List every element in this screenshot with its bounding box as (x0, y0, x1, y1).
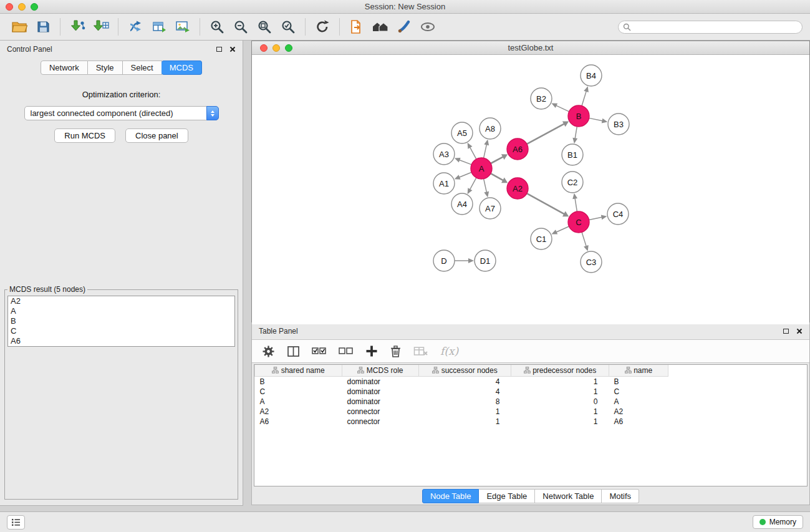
edge-B-B4[interactable] (582, 90, 587, 106)
import-network-icon[interactable] (65, 17, 89, 37)
edge-C-C4[interactable] (589, 217, 603, 220)
table-cell[interactable]: connector (342, 407, 419, 417)
add-column-icon[interactable] (365, 345, 378, 357)
select-all-icon[interactable] (312, 345, 327, 357)
table-cell[interactable]: A6 (609, 417, 668, 427)
tab-style[interactable]: Style (88, 60, 123, 75)
node-C2[interactable]: C2 (562, 172, 583, 193)
table-cell[interactable]: 0 (511, 397, 609, 407)
table-cell[interactable]: dominator (342, 397, 419, 407)
edge-A-A7[interactable] (484, 179, 487, 193)
table-cell[interactable]: 1 (511, 407, 609, 417)
column-header-successor-nodes[interactable]: successor nodes (419, 365, 511, 377)
refresh-layout-icon[interactable] (311, 17, 334, 37)
close-table-panel-icon[interactable] (796, 328, 803, 334)
node-A6[interactable]: A6 (507, 138, 528, 160)
edge-A-A8[interactable] (484, 143, 487, 158)
home-icon[interactable] (369, 17, 392, 37)
tab-network[interactable]: Network (41, 60, 88, 75)
table-row[interactable]: Adominator80A (255, 397, 808, 407)
image-export-icon[interactable] (171, 17, 195, 37)
mcds-result-list[interactable]: A2ABCA6 (7, 296, 235, 347)
edge-A-A1[interactable] (458, 172, 471, 177)
result-item[interactable]: A (8, 306, 234, 316)
edge-C-C2[interactable] (575, 198, 577, 212)
node-A[interactable]: A (471, 158, 492, 179)
optimization-criterion-dropdown[interactable]: largest connected component (directed) (24, 106, 219, 120)
dropdown-spinner-icon[interactable] (206, 106, 219, 120)
columns-icon[interactable] (287, 345, 300, 358)
table-row[interactable]: Bdominator41B (255, 377, 808, 387)
table-cell[interactable]: 4 (419, 377, 511, 387)
table-cell[interactable]: 1 (511, 417, 609, 427)
result-item[interactable]: A2 (8, 296, 234, 306)
column-header-name[interactable]: name (609, 365, 668, 377)
close-window-button[interactable] (6, 3, 13, 11)
node-B2[interactable]: B2 (531, 88, 552, 109)
table-export-icon[interactable] (147, 17, 171, 37)
minimize-network-window-button[interactable] (272, 44, 280, 52)
table-cell[interactable]: B (255, 377, 342, 387)
zoom-selected-icon[interactable] (276, 17, 300, 37)
table-cell[interactable]: B (609, 377, 668, 387)
deselect-all-icon[interactable] (339, 345, 354, 357)
node-B1[interactable]: B1 (562, 144, 583, 165)
table-cell[interactable]: dominator (342, 377, 419, 387)
edge-A2-C[interactable] (527, 193, 565, 215)
close-network-window-button[interactable] (260, 44, 268, 52)
tab-node-table[interactable]: Node Table (422, 489, 480, 503)
run-mcds-button[interactable]: Run MCDS (54, 128, 115, 143)
table-row[interactable]: A2connector11A2 (255, 407, 808, 417)
edge-B-B3[interactable] (589, 118, 604, 121)
memory-button[interactable]: Memory (753, 515, 803, 529)
float-panel-icon[interactable] (216, 47, 222, 52)
table-cell[interactable]: A2 (255, 407, 342, 417)
column-header-mcds-role[interactable]: MCDS role (342, 365, 419, 377)
maximize-window-button[interactable] (31, 3, 38, 11)
table-cell[interactable]: 1 (511, 377, 609, 387)
table-cell[interactable]: A2 (609, 407, 668, 417)
close-panel-button[interactable]: Close panel (125, 128, 188, 143)
table-cell[interactable]: C (255, 387, 342, 397)
maximize-network-window-button[interactable] (285, 44, 292, 52)
table-cell[interactable]: A6 (255, 417, 342, 427)
node-A1[interactable]: A1 (433, 173, 455, 194)
network-canvas[interactable]: B4B2BB3A8A5A6A3B1AA1C2A2A4A7C4CC1C3DD1 (252, 55, 809, 324)
node-D[interactable]: D (433, 250, 455, 271)
zoom-fit-icon[interactable] (253, 17, 276, 37)
table-cell[interactable]: A (609, 397, 668, 407)
minimize-window-button[interactable] (18, 3, 26, 11)
network-share-icon[interactable] (123, 17, 147, 37)
node-A7[interactable]: A7 (480, 198, 501, 219)
edge-C-C3[interactable] (582, 232, 586, 247)
table-cell[interactable]: connector (342, 417, 419, 427)
node-B3[interactable]: B3 (608, 114, 629, 135)
table-row[interactable]: Cdominator41C (255, 387, 808, 397)
table-cell[interactable]: 4 (419, 387, 511, 397)
edge-A-A4[interactable] (470, 178, 476, 190)
node-C1[interactable]: C1 (531, 228, 552, 249)
node-C3[interactable]: C3 (581, 251, 602, 273)
zoom-out-icon[interactable] (229, 17, 253, 37)
close-panel-icon[interactable] (229, 46, 236, 52)
table-cell[interactable]: C (609, 387, 668, 397)
export-document-icon[interactable] (345, 17, 369, 37)
table-cell[interactable]: 8 (419, 397, 511, 407)
node-A5[interactable]: A5 (451, 122, 473, 143)
edge-A-A3[interactable] (458, 160, 471, 165)
table-cell[interactable]: dominator (342, 387, 419, 397)
node-C[interactable]: C (568, 211, 589, 233)
edge-A-A2[interactable] (491, 173, 504, 181)
result-item[interactable]: A6 (8, 336, 234, 346)
tab-select[interactable]: Select (123, 60, 162, 75)
save-session-icon[interactable] (31, 17, 55, 37)
tab-network-table[interactable]: Network Table (535, 489, 602, 503)
float-table-panel-icon[interactable] (783, 329, 789, 334)
tab-edge-table[interactable]: Edge Table (479, 489, 535, 503)
delete-icon[interactable] (390, 345, 402, 358)
result-item[interactable]: B (8, 316, 234, 326)
node-C4[interactable]: C4 (607, 203, 629, 225)
search-input[interactable] (618, 21, 803, 34)
eye-icon[interactable] (416, 17, 440, 37)
node-A8[interactable]: A8 (480, 118, 501, 139)
